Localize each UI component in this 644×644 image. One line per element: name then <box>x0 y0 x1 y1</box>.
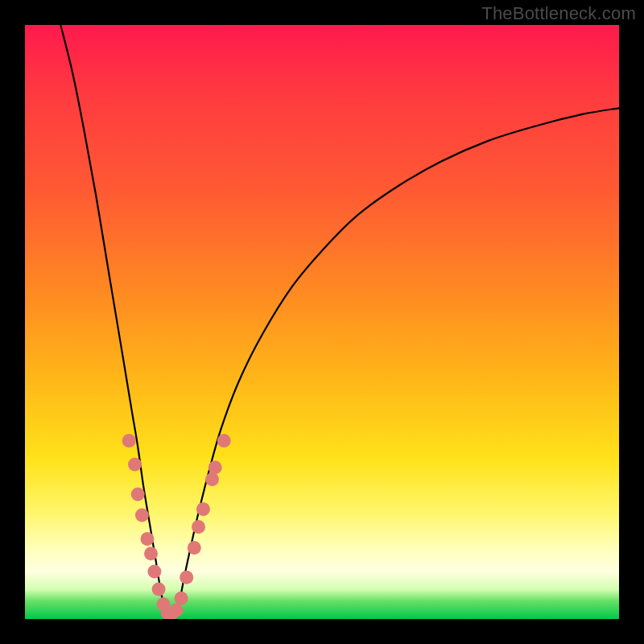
chart-frame: TheBottleneck.com <box>0 0 644 644</box>
curve-marker <box>208 460 222 474</box>
plot-area <box>25 25 619 619</box>
curve-marker <box>144 547 158 560</box>
curve-marker <box>152 583 166 597</box>
curve-marker <box>180 571 193 584</box>
curve-marker <box>135 508 149 522</box>
curve-marker <box>217 434 231 448</box>
curve-marker <box>147 565 161 579</box>
curve-marker <box>141 532 155 546</box>
curve-marker <box>192 520 205 534</box>
curve-marker <box>131 488 145 502</box>
curve-marker <box>196 502 210 516</box>
watermark-text: TheBottleneck.com <box>481 3 636 24</box>
curve-marker <box>170 603 184 617</box>
curve-marker <box>205 473 219 486</box>
curve-marker <box>175 592 188 605</box>
bottleneck-curve <box>60 25 619 618</box>
curve-marker <box>188 541 201 555</box>
curve-marker <box>122 434 136 448</box>
chart-svg <box>25 25 619 619</box>
marker-group <box>122 434 231 619</box>
curve-marker <box>128 458 142 472</box>
